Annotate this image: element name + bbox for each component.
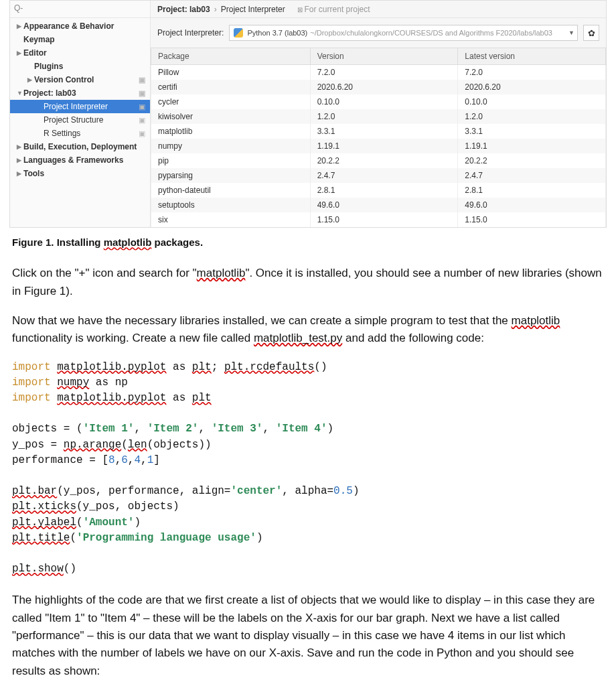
settings-sidebar: Q- ▶Appearance & BehaviorKeymap▶EditorPl… [10, 1, 151, 227]
table-cell: 2.8.1 [458, 183, 606, 198]
table-cell: 3.3.1 [310, 124, 458, 139]
table-row[interactable]: setuptools49.6.049.6.0 [151, 198, 606, 212]
tree-item[interactable]: Project Structure▣ [10, 113, 150, 127]
tree-item[interactable]: Project Interpreter▣ [10, 100, 150, 113]
code-listing: import matplotlib.pyplot as plt; plt.rcd… [12, 360, 604, 577]
tree-item[interactable]: ▶Appearance & Behavior [10, 19, 150, 33]
tree-item[interactable]: Keymap [10, 33, 150, 46]
table-cell: 2.4.7 [310, 168, 458, 183]
tree-item[interactable]: ▶Languages & Frameworks [10, 153, 150, 167]
table-cell: matplotlib [151, 124, 311, 139]
table-cell: 2020.6.20 [458, 80, 606, 94]
tree-item[interactable]: ▶Tools [10, 167, 150, 180]
table-row[interactable]: python-dateutil2.8.12.8.1 [151, 183, 606, 198]
table-cell: Pillow [151, 65, 311, 80]
table-cell: 1.19.1 [310, 139, 458, 153]
table-cell: 7.2.0 [310, 65, 458, 80]
table-cell: 1.2.0 [310, 109, 458, 124]
table-cell: setuptools [151, 198, 311, 212]
expand-icon: ▶ [17, 143, 23, 150]
table-cell: 3.3.1 [458, 124, 606, 139]
tree-item-label: Version Control [34, 75, 94, 84]
paragraph-1: Click on the "+" icon and search for "ma… [12, 265, 604, 300]
table-row[interactable]: kiwisolver1.2.01.2.0 [151, 109, 606, 124]
expand-icon: ▶ [17, 157, 23, 163]
scope-icon: ▣ [138, 89, 146, 97]
paragraph-3: The highlights of the code are that we f… [12, 592, 604, 680]
table-cell: 2.4.7 [458, 168, 606, 183]
table-cell: 2020.6.20 [310, 80, 458, 94]
paragraph-2: Now that we have the necessary libraries… [12, 312, 604, 348]
table-row[interactable]: pyparsing2.4.72.4.7 [151, 168, 606, 183]
tree-item-label: Keymap [23, 35, 55, 44]
table-cell: 7.2.0 [458, 65, 606, 80]
expand-icon: ▶ [27, 76, 34, 83]
table-row[interactable]: numpy1.19.11.19.1 [151, 139, 606, 153]
table-cell: numpy [151, 139, 311, 153]
table-cell: 1.2.0 [458, 109, 606, 124]
tree-item-label: Languages & Frameworks [23, 155, 123, 165]
gear-button[interactable]: ✿ [583, 25, 599, 41]
python-icon [234, 28, 243, 38]
col-header-package[interactable]: Package [151, 48, 311, 65]
tree-item[interactable]: ▶Build, Execution, Deployment [10, 140, 150, 153]
table-cell: 0.10.0 [458, 94, 606, 109]
tree-item-label: Project Interpreter [44, 102, 108, 111]
table-cell: 49.6.0 [310, 198, 458, 212]
breadcrumb-sep: › [214, 5, 217, 14]
table-row[interactable]: cycler0.10.00.10.0 [151, 94, 606, 109]
gear-icon: ✿ [588, 28, 595, 38]
tree-item-label: Build, Execution, Deployment [23, 142, 137, 151]
expand-icon: ▼ [17, 90, 23, 96]
tree-item[interactable]: ▶Version Control▣ [10, 73, 150, 86]
scope-icon: ▣ [138, 102, 146, 111]
table-cell: kiwisolver [151, 109, 311, 124]
table-cell: 1.19.1 [458, 139, 606, 153]
tree-item-label: Project Structure [44, 115, 103, 125]
table-row[interactable]: matplotlib3.3.13.3.1 [151, 124, 606, 139]
table-cell: python-dateutil [151, 183, 311, 198]
col-header-version[interactable]: Version [310, 48, 458, 65]
tree-item-label: Plugins [34, 62, 63, 71]
table-cell: 0.10.0 [310, 94, 458, 109]
scope-icon: ▣ [138, 129, 146, 137]
table-row[interactable]: Pillow7.2.07.2.0 [151, 65, 606, 80]
packages-table: Package Version Latest version Pillow7.2… [151, 48, 606, 227]
expand-icon: ▶ [17, 50, 23, 56]
scope-icon: ▣ [138, 76, 146, 84]
table-row[interactable]: certifi2020.6.202020.6.20 [151, 80, 606, 94]
table-cell: 20.2.2 [458, 153, 606, 168]
table-cell: cycler [151, 94, 311, 109]
interpreter-select[interactable]: Python 3.7 (lab03) ~/Dropbox/chulalongko… [229, 25, 578, 41]
expand-icon: ▶ [17, 23, 23, 29]
interpreter-label: Project Interpreter: [157, 28, 224, 38]
chevron-down-icon: ▼ [568, 29, 574, 36]
settings-tree: ▶Appearance & BehaviorKeymap▶EditorPlugi… [10, 18, 150, 184]
breadcrumb: Project: lab03 › Project Interpreter For… [151, 1, 606, 18]
table-cell: 20.2.2 [310, 153, 458, 168]
tree-item[interactable]: ▶Editor [10, 46, 150, 60]
table-row[interactable]: pip20.2.220.2.2 [151, 153, 606, 168]
table-row[interactable]: six1.15.01.15.0 [151, 212, 606, 227]
interpreter-path: ~/Dropbox/chulalongkorn/COURSES/DS and A… [310, 29, 552, 37]
table-cell: 1.15.0 [310, 212, 458, 227]
tree-item[interactable]: R Settings▣ [10, 127, 150, 140]
tree-item-label: Project: lab03 [23, 88, 76, 98]
figure-caption: Figure 1. Installing matplotlib packages… [12, 234, 604, 250]
breadcrumb-project: Project: lab03 [157, 5, 210, 14]
tree-item[interactable]: ▼Project: lab03▣ [10, 86, 150, 100]
expand-icon: ▶ [17, 170, 23, 177]
ide-settings-panel: Q- ▶Appearance & BehaviorKeymap▶EditorPl… [9, 0, 607, 228]
tree-item-label: Editor [23, 48, 47, 58]
settings-search-input[interactable]: Q- [10, 1, 150, 18]
table-cell: 1.15.0 [458, 212, 606, 227]
table-cell: pyparsing [151, 168, 311, 183]
tree-item-label: Appearance & Behavior [23, 21, 114, 31]
tree-item[interactable]: Plugins [10, 60, 150, 73]
table-cell: pip [151, 153, 311, 168]
col-header-latest[interactable]: Latest version [458, 48, 606, 65]
table-cell: 2.8.1 [310, 183, 458, 198]
tree-item-label: Tools [23, 169, 44, 178]
interpreter-value: Python 3.7 (lab03) [247, 29, 307, 37]
breadcrumb-page: Project Interpreter [221, 5, 285, 14]
